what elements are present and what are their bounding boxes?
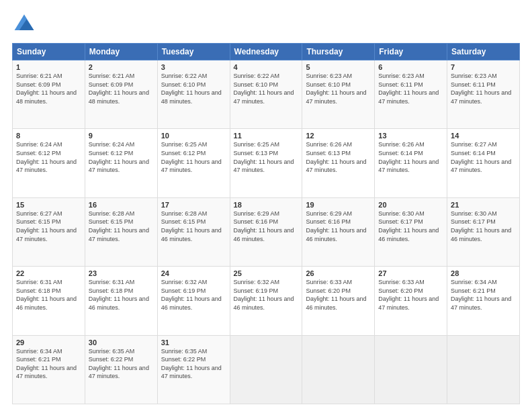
day-info: Sunrise: 6:21 AMSunset: 6:09 PMDaylight:…	[89, 72, 154, 105]
day-number: 8	[16, 132, 81, 140]
page: SundayMondayTuesdayWednesdayThursdayFrid…	[0, 0, 532, 411]
calendar-cell: 30Sunrise: 6:35 AMSunset: 6:22 PMDayligh…	[85, 335, 157, 404]
day-number: 18	[234, 201, 299, 209]
day-info: Sunrise: 6:29 AMSunset: 6:16 PMDaylight:…	[234, 210, 299, 243]
day-info: Sunrise: 6:27 AMSunset: 6:14 PMDaylight:…	[451, 140, 516, 174]
day-info: Sunrise: 6:34 AMSunset: 6:21 PMDaylight:…	[16, 347, 81, 381]
weekday-row: SundayMondayTuesdayWednesdayThursdayFrid…	[13, 44, 520, 60]
day-number: 1	[16, 63, 81, 71]
calendar-cell: 5Sunrise: 6:23 AMSunset: 6:10 PMDaylight…	[302, 60, 375, 129]
day-info: Sunrise: 6:23 AMSunset: 6:10 PMDaylight:…	[306, 72, 371, 105]
day-info: Sunrise: 6:25 AMSunset: 6:13 PMDaylight:…	[234, 140, 299, 174]
calendar-cell: 27Sunrise: 6:33 AMSunset: 6:20 PMDayligh…	[375, 267, 447, 335]
calendar-cell: 26Sunrise: 6:33 AMSunset: 6:20 PMDayligh…	[302, 267, 375, 335]
day-number: 2	[89, 63, 154, 71]
day-info: Sunrise: 6:31 AMSunset: 6:18 PMDaylight:…	[89, 278, 154, 312]
day-info: Sunrise: 6:34 AMSunset: 6:21 PMDaylight:…	[451, 278, 516, 312]
day-number: 22	[16, 269, 81, 277]
day-info: Sunrise: 6:24 AMSunset: 6:12 PMDaylight:…	[16, 140, 81, 174]
day-number: 12	[306, 132, 371, 140]
calendar-cell: 6Sunrise: 6:23 AMSunset: 6:11 PMDaylight…	[375, 60, 447, 129]
day-info: Sunrise: 6:23 AMSunset: 6:11 PMDaylight:…	[451, 72, 516, 105]
day-info: Sunrise: 6:30 AMSunset: 6:17 PMDaylight:…	[378, 210, 443, 243]
calendar-cell: 2Sunrise: 6:21 AMSunset: 6:09 PMDaylight…	[85, 60, 157, 129]
day-info: Sunrise: 6:26 AMSunset: 6:14 PMDaylight:…	[378, 140, 443, 174]
calendar-cell: 1Sunrise: 6:21 AMSunset: 6:09 PMDaylight…	[13, 60, 85, 129]
day-number: 28	[451, 269, 516, 277]
calendar-cell: 18Sunrise: 6:29 AMSunset: 6:16 PMDayligh…	[230, 197, 302, 266]
day-info: Sunrise: 6:35 AMSunset: 6:22 PMDaylight:…	[161, 347, 226, 381]
day-info: Sunrise: 6:21 AMSunset: 6:09 PMDaylight:…	[16, 72, 81, 105]
calendar-cell: 3Sunrise: 6:22 AMSunset: 6:10 PMDaylight…	[157, 60, 230, 129]
calendar-cell: 19Sunrise: 6:29 AMSunset: 6:16 PMDayligh…	[302, 197, 375, 266]
calendar-cell: 21Sunrise: 6:30 AMSunset: 6:17 PMDayligh…	[447, 197, 520, 266]
day-number: 5	[306, 63, 371, 71]
header	[12, 12, 520, 36]
calendar-week-row: 15Sunrise: 6:27 AMSunset: 6:15 PMDayligh…	[13, 197, 520, 266]
day-info: Sunrise: 6:23 AMSunset: 6:11 PMDaylight:…	[378, 72, 443, 105]
weekday-header: Sunday	[13, 44, 85, 60]
calendar-cell	[447, 335, 520, 404]
day-info: Sunrise: 6:30 AMSunset: 6:17 PMDaylight:…	[451, 210, 516, 243]
day-number: 23	[89, 269, 154, 277]
day-number: 14	[451, 132, 516, 140]
calendar-cell: 25Sunrise: 6:32 AMSunset: 6:19 PMDayligh…	[230, 267, 302, 335]
calendar-cell: 9Sunrise: 6:24 AMSunset: 6:12 PMDaylight…	[85, 129, 157, 197]
calendar-cell: 11Sunrise: 6:25 AMSunset: 6:13 PMDayligh…	[230, 129, 302, 197]
day-number: 30	[89, 338, 154, 347]
calendar-week-row: 1Sunrise: 6:21 AMSunset: 6:09 PMDaylight…	[13, 60, 520, 129]
calendar-cell: 23Sunrise: 6:31 AMSunset: 6:18 PMDayligh…	[85, 267, 157, 335]
day-info: Sunrise: 6:22 AMSunset: 6:10 PMDaylight:…	[161, 72, 226, 105]
calendar-cell: 28Sunrise: 6:34 AMSunset: 6:21 PMDayligh…	[447, 267, 520, 335]
weekday-header: Thursday	[302, 44, 375, 60]
calendar: SundayMondayTuesdayWednesdayThursdayFrid…	[12, 43, 520, 404]
logo-icon	[12, 12, 36, 36]
calendar-week-row: 22Sunrise: 6:31 AMSunset: 6:18 PMDayligh…	[13, 267, 520, 335]
calendar-cell: 10Sunrise: 6:25 AMSunset: 6:12 PMDayligh…	[157, 129, 230, 197]
day-number: 17	[161, 201, 226, 209]
day-info: Sunrise: 6:24 AMSunset: 6:12 PMDaylight:…	[89, 140, 154, 174]
weekday-header: Tuesday	[157, 44, 230, 60]
day-info: Sunrise: 6:32 AMSunset: 6:19 PMDaylight:…	[161, 278, 226, 312]
day-info: Sunrise: 6:27 AMSunset: 6:15 PMDaylight:…	[16, 210, 81, 243]
day-info: Sunrise: 6:22 AMSunset: 6:10 PMDaylight:…	[234, 72, 299, 105]
day-info: Sunrise: 6:28 AMSunset: 6:15 PMDaylight:…	[161, 210, 226, 243]
day-info: Sunrise: 6:28 AMSunset: 6:15 PMDaylight:…	[89, 210, 154, 243]
calendar-cell: 8Sunrise: 6:24 AMSunset: 6:12 PMDaylight…	[13, 129, 85, 197]
day-number: 9	[89, 132, 154, 140]
calendar-cell: 15Sunrise: 6:27 AMSunset: 6:15 PMDayligh…	[13, 197, 85, 266]
day-number: 27	[378, 269, 443, 277]
day-number: 24	[161, 269, 226, 277]
day-info: Sunrise: 6:25 AMSunset: 6:12 PMDaylight:…	[161, 140, 226, 174]
day-info: Sunrise: 6:33 AMSunset: 6:20 PMDaylight:…	[378, 278, 443, 312]
logo	[12, 12, 39, 36]
weekday-header: Monday	[85, 44, 157, 60]
day-number: 7	[451, 63, 516, 71]
day-number: 15	[16, 201, 81, 209]
calendar-body: 1Sunrise: 6:21 AMSunset: 6:09 PMDaylight…	[13, 60, 520, 404]
calendar-header: SundayMondayTuesdayWednesdayThursdayFrid…	[13, 44, 520, 60]
day-number: 29	[16, 338, 81, 347]
calendar-week-row: 8Sunrise: 6:24 AMSunset: 6:12 PMDaylight…	[13, 129, 520, 197]
calendar-cell: 29Sunrise: 6:34 AMSunset: 6:21 PMDayligh…	[13, 335, 85, 404]
day-number: 4	[234, 63, 299, 71]
calendar-cell: 12Sunrise: 6:26 AMSunset: 6:13 PMDayligh…	[302, 129, 375, 197]
weekday-header: Friday	[375, 44, 447, 60]
day-info: Sunrise: 6:29 AMSunset: 6:16 PMDaylight:…	[306, 210, 371, 243]
day-number: 19	[306, 201, 371, 209]
day-number: 25	[234, 269, 299, 277]
day-info: Sunrise: 6:35 AMSunset: 6:22 PMDaylight:…	[89, 347, 154, 381]
day-info: Sunrise: 6:26 AMSunset: 6:13 PMDaylight:…	[306, 140, 371, 174]
day-number: 21	[451, 201, 516, 209]
day-number: 16	[89, 201, 154, 209]
calendar-cell: 7Sunrise: 6:23 AMSunset: 6:11 PMDaylight…	[447, 60, 520, 129]
day-number: 20	[378, 201, 443, 209]
calendar-cell	[230, 335, 302, 404]
calendar-cell: 24Sunrise: 6:32 AMSunset: 6:19 PMDayligh…	[157, 267, 230, 335]
calendar-cell: 13Sunrise: 6:26 AMSunset: 6:14 PMDayligh…	[375, 129, 447, 197]
calendar-cell: 16Sunrise: 6:28 AMSunset: 6:15 PMDayligh…	[85, 197, 157, 266]
calendar-cell	[302, 335, 375, 404]
calendar-cell: 4Sunrise: 6:22 AMSunset: 6:10 PMDaylight…	[230, 60, 302, 129]
calendar-cell: 31Sunrise: 6:35 AMSunset: 6:22 PMDayligh…	[157, 335, 230, 404]
day-number: 3	[161, 63, 226, 71]
